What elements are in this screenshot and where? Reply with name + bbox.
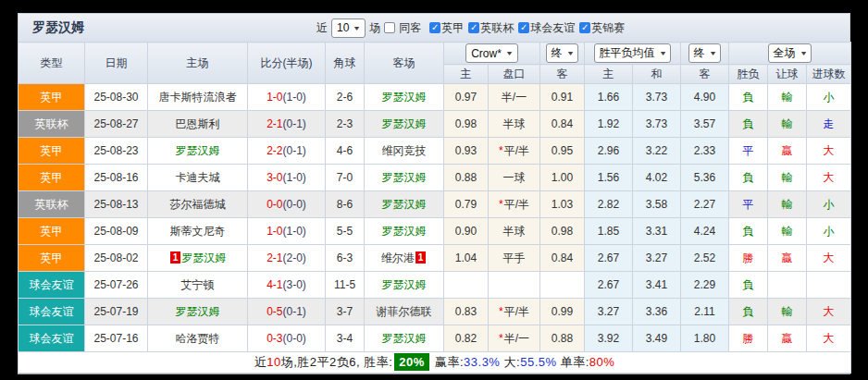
- away-team-link[interactable]: 罗瑟汉姆: [382, 332, 427, 345]
- handicap-result: 輸: [768, 191, 807, 218]
- away-team-link[interactable]: 维尔港: [381, 251, 415, 264]
- home-team-link[interactable]: 斯蒂文尼奇: [170, 225, 226, 238]
- league-badge: 英甲: [19, 245, 84, 271]
- odds-away: 2.27: [681, 191, 729, 218]
- odds-draw: 3.49: [633, 325, 681, 352]
- recent-count-select[interactable]: 10▼: [331, 18, 366, 38]
- away-team-link[interactable]: 维冈竞技: [382, 144, 427, 157]
- goals-result: 走: [807, 111, 851, 138]
- summary-text: 场,胜2平2负6, 胜率:: [281, 355, 393, 369]
- away-team-link[interactable]: 罗瑟汉姆: [382, 117, 427, 130]
- odds-away: 1.80: [681, 325, 729, 352]
- wdl-result: 勝: [729, 245, 768, 272]
- away-team-link[interactable]: 谢菲尔德联: [377, 305, 432, 318]
- halftime-score: (1-0): [283, 91, 306, 104]
- handicap-cell: 平手: [489, 245, 540, 272]
- league-filter-item[interactable]: ✓英锦赛: [579, 20, 625, 36]
- home-team-cell: 哈洛贾特: [148, 325, 248, 352]
- away-team-link[interactable]: 罗瑟汉姆: [382, 278, 427, 291]
- halftime-score: (0-1): [283, 305, 306, 318]
- summary-text: 10: [267, 355, 280, 369]
- league-filter-item[interactable]: ✓英联杯: [468, 20, 514, 36]
- home-team-cell: 1罗瑟汉姆: [148, 245, 248, 272]
- score-cell: 4-1(3-0): [248, 272, 326, 299]
- asian-home-odds: 0.97: [444, 84, 489, 111]
- odds-home: 1.85: [585, 218, 633, 245]
- league-checkbox[interactable]: ✓: [579, 22, 590, 33]
- league-cell: 球会友谊: [19, 325, 85, 352]
- match-row: 英联杯25-08-13莎尔福德城0-0(0-0)8-6罗瑟汉姆0.79*平/半1…: [19, 191, 851, 218]
- asian-away-odds: 0.91: [540, 84, 585, 111]
- team-title: 罗瑟汉姆: [32, 19, 84, 36]
- home-team-link[interactable]: 哈洛贾特: [176, 332, 220, 345]
- home-team-link[interactable]: 唐卡斯特流浪者: [159, 91, 237, 104]
- halftime-score: (2-0): [283, 251, 306, 264]
- match-date: 25-08-30: [85, 84, 148, 111]
- odds-draw: 3.27: [633, 245, 681, 272]
- home-team-link[interactable]: 莎尔福德城: [170, 198, 226, 211]
- asian-away-odds: 1.00: [540, 165, 585, 191]
- away-team-link[interactable]: 罗瑟汉姆: [382, 198, 427, 211]
- handicap-result: 贏: [768, 138, 807, 165]
- away-team-link[interactable]: 罗瑟汉姆: [382, 91, 427, 104]
- league-filter-item[interactable]: ✓英甲: [429, 20, 464, 36]
- same-away-checkbox[interactable]: [384, 22, 395, 33]
- home-team-link[interactable]: 罗瑟汉姆: [176, 305, 220, 318]
- halftime-score: (1-0): [283, 171, 306, 184]
- wdl-result: 負: [729, 272, 768, 299]
- odds-away: 3.57: [681, 111, 729, 138]
- bookmaker-select[interactable]: Crow*▼: [465, 43, 518, 63]
- asian-home-odds: 0.93: [444, 138, 489, 165]
- asian-home-odds: 0.79: [444, 191, 489, 218]
- away-team-link[interactable]: 罗瑟汉姆: [382, 225, 427, 238]
- league-checkbox[interactable]: ✓: [429, 22, 440, 33]
- odds-type-select[interactable]: 胜平负均值▼: [594, 43, 672, 63]
- match-row: 英甲25-08-16卡迪夫城3-0(1-0)7-0罗瑟汉姆0.88一球1.001…: [19, 165, 851, 191]
- corners-cell: 3-7: [326, 299, 365, 325]
- col-header-wdl: 胜负: [729, 65, 768, 84]
- handicap-cell: 一球: [489, 165, 540, 191]
- league-checkbox[interactable]: ✓: [518, 22, 529, 33]
- home-team-cell: 罗瑟汉姆: [148, 138, 248, 165]
- wdl-result: 負: [729, 111, 768, 138]
- col-header-score: 比分(半场): [248, 43, 326, 84]
- away-team-cell: 维冈竞技: [365, 138, 444, 165]
- handicap-text: 平/半: [504, 198, 529, 211]
- fulltime-score: 2-1: [267, 251, 282, 264]
- asian-time-select[interactable]: 终▼: [546, 43, 579, 63]
- asian-away-odds: 0.95: [540, 138, 585, 165]
- match-row: 球会友谊25-07-16哈洛贾特0-3(0-0)3-4罗瑟汉姆0.82*半/一0…: [19, 325, 851, 352]
- away-team-cell: 罗瑟汉姆: [365, 191, 444, 218]
- euro-time-select[interactable]: 终▼: [688, 43, 722, 63]
- halftime-score: (1-0): [283, 225, 306, 238]
- asian-time-select-value: 终: [552, 45, 563, 61]
- home-team-cell: 卡迪夫城: [148, 165, 248, 191]
- handicap-text: 半/一: [502, 91, 527, 104]
- handicap-result: 輸: [768, 218, 807, 245]
- away-team-link[interactable]: 罗瑟汉姆: [382, 171, 427, 184]
- away-team-cell: 罗瑟汉姆: [365, 218, 444, 245]
- halftime-score: (0-1): [283, 117, 306, 130]
- odds-away: 4.24: [681, 218, 729, 245]
- match-row: 球会友谊25-07-19罗瑟汉姆0-5(0-1)3-7谢菲尔德联0.83*平/半…: [19, 299, 851, 325]
- home-team-link[interactable]: 艾宁顿: [181, 278, 215, 291]
- scope-select[interactable]: 全场▼: [768, 43, 812, 63]
- home-team-link[interactable]: 巴恩斯利: [176, 117, 220, 130]
- home-team-link[interactable]: 罗瑟汉姆: [176, 144, 220, 157]
- col-header-odds-away: 客: [681, 65, 729, 84]
- summary-text: 33.3%: [464, 355, 500, 369]
- handicap-cell: *半/一: [489, 325, 540, 352]
- home-team-link[interactable]: 卡迪夫城: [176, 171, 220, 184]
- match-date: 25-08-13: [85, 191, 148, 218]
- filter-controls: 近 10▼ 场 同客 ✓英甲✓英联杯✓球会友谊✓英锦赛: [316, 18, 625, 38]
- home-team-cell: 唐卡斯特流浪者: [148, 84, 248, 111]
- goals-result: [807, 272, 851, 299]
- home-team-cell: 莎尔福德城: [148, 191, 248, 218]
- col-header-asian-away: 客: [540, 65, 585, 84]
- league-filter-item[interactable]: ✓球会友谊: [518, 20, 575, 36]
- match-row: 英甲25-08-021罗瑟汉姆2-1(2-0)6-3维尔港11.04平手0.84…: [19, 245, 851, 272]
- home-team-link[interactable]: 罗瑟汉姆: [181, 251, 226, 264]
- goals-result: 大: [807, 299, 851, 325]
- league-checkbox[interactable]: ✓: [468, 22, 479, 33]
- league-badge: 球会友谊: [19, 272, 84, 298]
